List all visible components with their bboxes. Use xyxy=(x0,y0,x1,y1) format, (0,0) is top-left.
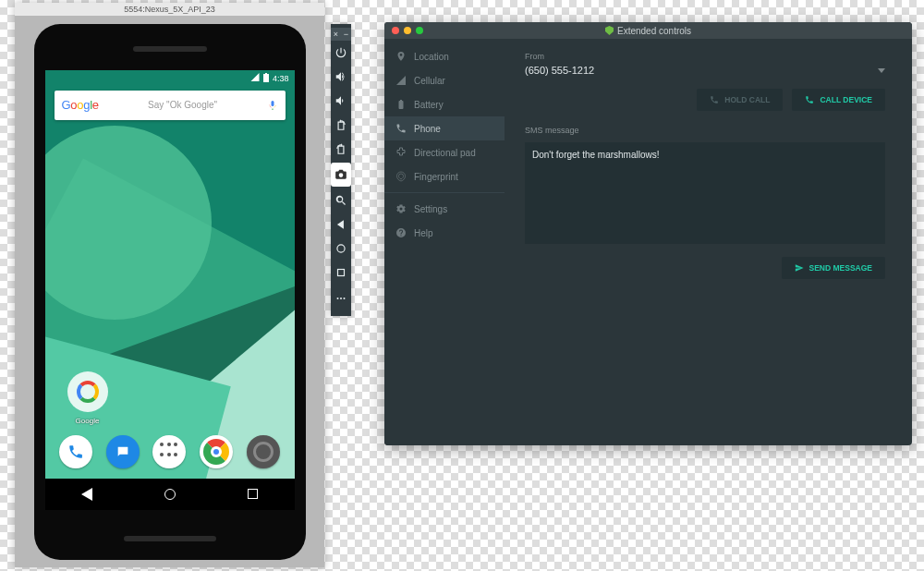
google-logo: Google xyxy=(62,98,99,112)
navigation-bar xyxy=(45,479,295,510)
sidebar-item-fingerprint[interactable]: Fingerprint xyxy=(384,164,505,188)
toolbar-volume-down-button[interactable] xyxy=(331,89,351,113)
sidebar-item-help[interactable]: Help xyxy=(384,221,505,245)
svg-point-2 xyxy=(337,245,345,252)
toolbar-rotate-left-button[interactable] xyxy=(331,113,351,137)
svg-rect-1 xyxy=(265,73,267,74)
sidebar-item-label: Location xyxy=(414,52,449,62)
status-time: 4:38 xyxy=(273,74,289,83)
sidebar-item-phone[interactable]: Phone xyxy=(384,116,505,140)
nav-recents-button[interactable] xyxy=(248,489,258,499)
send-icon xyxy=(795,263,804,273)
toolbar-power-button[interactable] xyxy=(331,41,351,65)
nav-home-button[interactable] xyxy=(164,489,176,500)
help-icon xyxy=(395,227,407,238)
from-label: From xyxy=(525,52,892,61)
toolbar-zoom-button[interactable] xyxy=(331,188,351,213)
extended-content-phone: From (650) 555-1212 HOLD CALL CALL DEVIC… xyxy=(505,39,912,445)
sms-textarea[interactable] xyxy=(525,142,885,244)
toolbar-volume-up-button[interactable] xyxy=(331,65,351,89)
device-screen[interactable]: 4:38 Google Say "Ok Google" Google xyxy=(45,70,295,510)
sidebar-item-label: Help xyxy=(414,228,433,238)
sidebar-item-label: Phone xyxy=(414,124,441,134)
phone-speaker xyxy=(124,536,216,541)
from-number-value: (650) 555-1212 xyxy=(525,65,594,76)
dock-messages-icon[interactable] xyxy=(106,435,140,468)
sidebar-item-label: Battery xyxy=(414,100,444,110)
google-folder[interactable] xyxy=(67,371,108,412)
gear-icon xyxy=(395,203,407,214)
dock xyxy=(45,425,295,479)
toolbar-head: × − xyxy=(331,28,351,41)
sms-label: SMS message xyxy=(525,126,892,135)
toolbar-more-button[interactable] xyxy=(331,285,351,312)
svg-point-4 xyxy=(337,298,339,299)
sidebar-item-battery[interactable]: Battery xyxy=(384,92,505,116)
extended-window-title: Extended controls xyxy=(384,26,912,36)
extended-controls-window: Extended controls Location Cellular Batt… xyxy=(384,22,912,445)
toolbar-screenshot-button[interactable] xyxy=(331,163,351,187)
google-search-bar[interactable]: Google Say "Ok Google" xyxy=(55,91,286,120)
dock-apps-icon[interactable] xyxy=(152,435,186,468)
call-device-button[interactable]: CALL DEVICE xyxy=(792,89,885,111)
toolbar-rotate-right-button[interactable] xyxy=(331,137,351,161)
hold-call-button: HOLD CALL xyxy=(697,89,783,111)
google-folder-label: Google xyxy=(66,417,110,425)
signal-icon xyxy=(250,73,260,83)
svg-point-5 xyxy=(340,298,342,299)
dock-camera-icon[interactable] xyxy=(247,435,280,468)
fingerprint-icon xyxy=(395,171,407,182)
window-traffic-lights xyxy=(392,27,423,34)
battery-icon xyxy=(395,99,407,110)
sidebar-item-cellular[interactable]: Cellular xyxy=(384,68,505,92)
dock-chrome-icon[interactable] xyxy=(200,435,233,468)
sidebar-item-location[interactable]: Location xyxy=(384,44,505,68)
sidebar-separator xyxy=(384,192,505,193)
nav-back-button[interactable] xyxy=(81,488,92,501)
emulator-toolbar: × − xyxy=(331,24,351,316)
phone-frame: 4:38 Google Say "Ok Google" Google xyxy=(34,24,306,560)
svg-point-6 xyxy=(344,298,346,299)
extended-titlebar[interactable]: Extended controls xyxy=(384,22,912,39)
chevron-down-icon xyxy=(878,68,885,73)
phone-hold-icon xyxy=(710,95,719,104)
sidebar-item-dpad[interactable]: Directional pad xyxy=(384,140,505,164)
shield-icon xyxy=(605,26,614,35)
svg-rect-3 xyxy=(338,270,345,276)
sidebar-item-label: Directional pad xyxy=(414,148,476,158)
cellular-icon xyxy=(395,75,407,86)
window-minimize-button[interactable] xyxy=(404,27,411,34)
dock-phone-icon[interactable] xyxy=(59,435,92,468)
sidebar-item-label: Fingerprint xyxy=(414,172,458,182)
emulator-body: 4:38 Google Say "Ok Google" Google xyxy=(15,16,324,567)
phone-call-icon xyxy=(805,95,814,104)
window-zoom-button[interactable] xyxy=(416,27,423,34)
sidebar-item-label: Settings xyxy=(414,204,447,214)
emulator-window-title: 5554:Nexus_5X_API_23 xyxy=(15,3,324,16)
send-message-button[interactable]: SEND MESSAGE xyxy=(782,257,886,279)
window-close-button[interactable] xyxy=(392,27,399,34)
toolbar-recents-button[interactable] xyxy=(331,261,351,285)
from-number-select[interactable]: (650) 555-1212 xyxy=(525,65,885,76)
emulator-window: 5554:Nexus_5X_API_23 xyxy=(15,3,324,567)
phone-earpiece xyxy=(133,46,207,52)
toolbar-home-button[interactable] xyxy=(331,237,351,261)
phone-icon xyxy=(395,123,407,134)
battery-icon xyxy=(263,73,269,84)
svg-rect-0 xyxy=(263,74,269,82)
status-bar: 4:38 xyxy=(45,70,295,87)
search-placeholder: Say "Ok Google" xyxy=(104,100,261,110)
toolbar-close-icon[interactable]: × xyxy=(334,30,338,39)
toolbar-back-button[interactable] xyxy=(331,213,351,237)
dpad-icon xyxy=(395,147,407,158)
toolbar-min-icon[interactable]: − xyxy=(344,30,348,39)
location-icon xyxy=(395,51,407,62)
sidebar-item-settings[interactable]: Settings xyxy=(384,197,505,221)
sidebar-item-label: Cellular xyxy=(414,76,445,86)
extended-sidebar: Location Cellular Battery Phone Directio… xyxy=(384,39,505,445)
mic-icon[interactable] xyxy=(267,99,278,112)
